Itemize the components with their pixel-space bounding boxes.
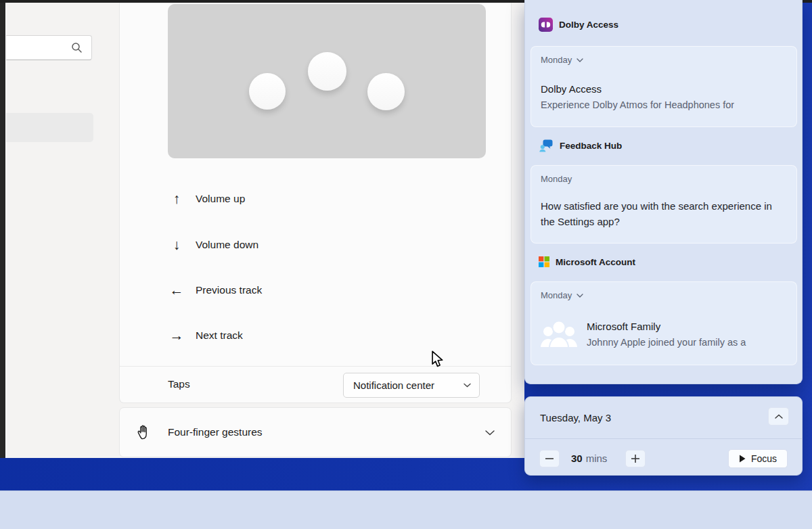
notification-center-panel: Dolby Access Monday Dolby Access Experie… bbox=[524, 0, 803, 384]
gesture-row-volume-up: ↑ Volume up bbox=[168, 189, 245, 208]
notification-time-label: Monday bbox=[541, 55, 572, 65]
desktop: ↑ Volume up ↓ Volume down ← Previous tra… bbox=[0, 0, 812, 529]
frame-left-strip bbox=[0, 3, 5, 458]
gesture-label: Previous track bbox=[196, 284, 262, 296]
arrow-left-icon: ← bbox=[168, 282, 185, 298]
feedback-hub-icon bbox=[539, 138, 554, 153]
taps-label: Taps bbox=[168, 378, 190, 390]
notification-app-name: Feedback Hub bbox=[560, 141, 622, 151]
notification-title: Dolby Access bbox=[541, 83, 602, 95]
focus-minutes-value: 30mins bbox=[571, 453, 607, 464]
taps-dropdown-value: Notification center bbox=[353, 380, 464, 391]
microsoft-logo-icon bbox=[539, 256, 549, 267]
touchpad-gesture-illustration bbox=[168, 4, 486, 158]
calendar-collapse-button[interactable] bbox=[768, 407, 789, 426]
plus-icon bbox=[631, 455, 639, 463]
notification-time-label: Monday bbox=[541, 174, 572, 184]
gesture-row-next-track: → Next track bbox=[168, 326, 243, 345]
notification-body: Johnny Apple joined your family as a bbox=[587, 337, 790, 348]
notification-card-dolby[interactable]: Monday Dolby Access Experience Dolby Atm… bbox=[531, 46, 797, 127]
settings-window: ↑ Volume up ↓ Volume down ← Previous tra… bbox=[5, 3, 524, 458]
notification-app-header-dolby: Dolby Access bbox=[539, 16, 618, 32]
finger-circle bbox=[249, 73, 286, 110]
notification-app-name: Dolby Access bbox=[559, 20, 618, 30]
focus-minutes-increase-button[interactable] bbox=[625, 450, 646, 467]
arrow-up-icon: ↑ bbox=[168, 191, 185, 207]
family-people-icon bbox=[539, 317, 579, 351]
notification-app-header-feedback: Feedback Hub bbox=[539, 137, 622, 154]
three-finger-gestures-card: ↑ Volume up ↓ Volume down ← Previous tra… bbox=[119, 3, 512, 403]
minus-icon bbox=[545, 458, 554, 459]
notification-card-feedback[interactable]: Monday How satisfied are you with the se… bbox=[531, 165, 797, 244]
notification-title: Microsoft Family bbox=[587, 321, 660, 332]
gesture-label: Volume down bbox=[196, 239, 258, 251]
chevron-up-icon bbox=[775, 414, 783, 419]
focus-minutes-number: 30 bbox=[571, 453, 583, 464]
notification-title: How satisfied are you with the search ex… bbox=[541, 198, 788, 229]
taps-dropdown[interactable]: Notification center bbox=[343, 373, 480, 398]
notification-body: Experience Dolby Atmos for Headphones fo… bbox=[541, 99, 734, 110]
finger-circle bbox=[367, 73, 405, 110]
arrow-down-icon: ↓ bbox=[168, 237, 185, 253]
notification-app-name: Microsoft Account bbox=[556, 257, 635, 267]
search-input[interactable] bbox=[5, 35, 92, 60]
focus-minutes-decrease-button[interactable] bbox=[539, 450, 560, 467]
calendar-date-label: Tuesday, May 3 bbox=[540, 412, 611, 423]
four-finger-gestures-expander[interactable]: Four-finger gestures bbox=[119, 407, 512, 457]
chevron-down-icon bbox=[577, 294, 583, 298]
focus-button-label: Focus bbox=[751, 453, 777, 464]
four-finger-gestures-label: Four-finger gestures bbox=[168, 426, 485, 438]
play-icon bbox=[739, 455, 746, 463]
taskbar: 39 bbox=[0, 490, 812, 529]
calendar-divider bbox=[525, 438, 802, 439]
notification-time[interactable]: Monday bbox=[541, 290, 583, 300]
gesture-row-previous-track: ← Previous track bbox=[168, 281, 262, 300]
notification-time-label: Monday bbox=[541, 290, 572, 300]
notification-time[interactable]: Monday bbox=[541, 55, 583, 65]
mouse-cursor bbox=[431, 350, 447, 368]
chevron-down-icon bbox=[485, 430, 495, 436]
notification-time: Monday bbox=[541, 174, 572, 184]
focus-start-button[interactable]: Focus bbox=[728, 449, 788, 468]
finger-circle bbox=[308, 52, 346, 91]
taps-row: Taps Notification center bbox=[120, 367, 511, 403]
chevron-down-icon bbox=[464, 383, 471, 388]
dolby-access-icon bbox=[539, 18, 553, 32]
sidebar-item-selected[interactable] bbox=[5, 113, 93, 142]
notification-card-family[interactable]: Monday Microsoft Family Johnny Apple joi… bbox=[531, 281, 797, 365]
hand-icon bbox=[135, 424, 152, 441]
search-icon bbox=[71, 42, 83, 53]
arrow-right-icon: → bbox=[168, 327, 185, 344]
gesture-row-volume-down: ↓ Volume down bbox=[168, 235, 258, 254]
gesture-label: Volume up bbox=[196, 193, 245, 205]
chevron-down-icon bbox=[577, 58, 583, 62]
calendar-flyout: Tuesday, May 3 30mins Focus bbox=[524, 396, 803, 476]
gesture-label: Next track bbox=[196, 329, 243, 342]
focus-minutes-unit: mins bbox=[586, 453, 608, 464]
notification-app-header-microsoft: Microsoft Account bbox=[539, 254, 635, 270]
